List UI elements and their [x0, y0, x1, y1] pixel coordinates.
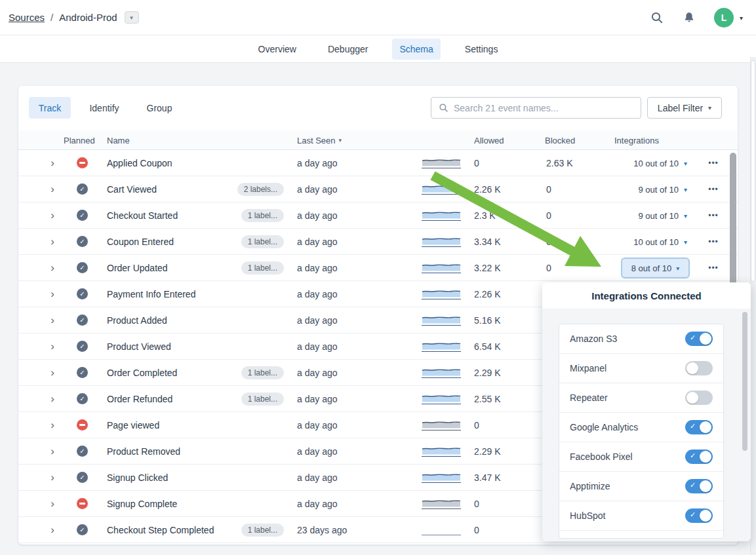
search-icon: [439, 103, 448, 113]
label-filter-text: Label Filter: [658, 103, 703, 113]
integration-item-repeater: Repeater: [559, 383, 723, 413]
labels-badge: 1 label...: [241, 524, 284, 537]
notifications-button[interactable]: [682, 10, 696, 25]
last-seen: 23 days ago: [297, 517, 347, 543]
integration-item-amazon-s3: Amazon S3 ✓: [559, 324, 723, 354]
sort-caret-icon: ▾: [339, 137, 342, 144]
page-scrollbar[interactable]: [750, 57, 756, 555]
event-search: [431, 97, 641, 119]
expand-row-chevron[interactable]: ›: [46, 491, 59, 517]
integrations-dropdown[interactable]: 9 out of 10 ▾: [595, 202, 687, 229]
allowed-count: 2.29 K: [474, 438, 500, 465]
integrations-popover: Integrations Connected Amazon S3 ✓ Mixpa…: [542, 282, 751, 541]
integrations-dropdown[interactable]: 10 out of 10 ▾: [595, 229, 687, 255]
integrations-dropdown[interactable]: 8 out of 10 ▾: [621, 258, 690, 278]
type-tab-track[interactable]: Track: [29, 97, 71, 119]
planned-check-icon: ✓: [77, 524, 88, 535]
allowed-count: 0: [474, 150, 479, 176]
row-menu-button[interactable]: •••: [702, 255, 725, 281]
expand-row-chevron[interactable]: ›: [46, 307, 59, 334]
volume-sparkline: [422, 366, 461, 379]
integration-toggle[interactable]: ✓: [685, 479, 713, 493]
check-icon: ✓: [690, 423, 696, 430]
integration-toggle[interactable]: ✓: [685, 420, 713, 434]
integration-toggle[interactable]: [685, 361, 713, 375]
event-name: Checkout Started: [107, 202, 178, 229]
last-seen: a day ago: [297, 202, 338, 229]
expand-row-chevron[interactable]: ›: [46, 386, 59, 412]
expand-row-chevron[interactable]: ›: [46, 412, 59, 438]
type-tab-group[interactable]: Group: [136, 97, 182, 119]
breadcrumb-sources-link[interactable]: Sources: [9, 12, 45, 23]
caret-down-icon: ▾: [684, 186, 687, 193]
expand-row-chevron[interactable]: ›: [46, 360, 59, 386]
allowed-count: 3.34 K: [474, 229, 500, 255]
expand-row-chevron[interactable]: ›: [46, 229, 59, 255]
breadcrumb-current-source: Android-Prod: [59, 12, 117, 23]
integration-name: Amazon S3: [570, 334, 685, 344]
volume-sparkline: [422, 183, 461, 196]
panel-scrollbar-thumb[interactable]: [742, 312, 747, 451]
integration-name: Facebook Pixel: [570, 451, 685, 462]
event-name: Applied Coupon: [107, 150, 172, 176]
tab-debugger[interactable]: Debugger: [321, 39, 376, 60]
column-header-allowed: Allowed: [474, 130, 504, 150]
integration-item-google-analytics: Google Analytics ✓: [559, 413, 723, 442]
last-seen: a day ago: [297, 281, 338, 307]
breadcrumb: Sources / Android-Prod ▾: [9, 11, 139, 24]
labels-badge: 1 label...: [241, 366, 284, 379]
expand-row-chevron[interactable]: ›: [46, 334, 59, 360]
last-seen: a day ago: [297, 229, 338, 255]
search-input[interactable]: [454, 103, 641, 113]
allowed-count: 0: [474, 412, 479, 438]
last-seen: a day ago: [297, 255, 338, 281]
tab-overview[interactable]: Overview: [251, 39, 304, 60]
table-row: › ✓ Coupon Entered 1 label... a day ago …: [18, 229, 738, 255]
labels-badge: 1 label...: [241, 392, 284, 406]
expand-row-chevron[interactable]: ›: [46, 465, 59, 491]
expand-row-chevron[interactable]: ›: [46, 176, 59, 202]
caret-down-icon: ▾: [130, 14, 133, 21]
integration-toggle[interactable]: ✓: [685, 450, 713, 464]
integration-item-apptimize: Apptimize ✓: [559, 472, 723, 501]
expand-row-chevron[interactable]: ›: [46, 255, 59, 281]
page-scrollbar-thumb[interactable]: [751, 60, 755, 282]
volume-sparkline: [422, 261, 461, 275]
source-switcher-button[interactable]: ▾: [125, 11, 139, 24]
row-menu-button[interactable]: •••: [702, 229, 725, 255]
row-menu-button[interactable]: •••: [702, 150, 725, 176]
planned-check-icon: ✓: [77, 367, 88, 378]
integrations-dropdown[interactable]: 9 out of 10 ▾: [595, 176, 687, 202]
integrations-dropdown[interactable]: 10 out of 10 ▾: [595, 150, 687, 176]
integrations-popover-header: Integrations Connected: [542, 282, 751, 309]
expand-row-chevron[interactable]: ›: [46, 517, 59, 543]
volume-sparkline: [422, 340, 461, 353]
planned-check-icon: ✓: [77, 288, 88, 299]
planned-check-icon: ✓: [77, 393, 88, 404]
tab-schema[interactable]: Schema: [392, 39, 440, 60]
integration-toggle[interactable]: [685, 391, 713, 405]
allowed-count: 3.22 K: [474, 255, 500, 281]
bell-icon: [683, 11, 696, 24]
label-filter-button[interactable]: Label Filter ▾: [647, 97, 722, 119]
integration-toggle[interactable]: ✓: [685, 332, 713, 346]
allowed-count: 2.26 K: [474, 281, 500, 307]
tab-settings[interactable]: Settings: [458, 39, 506, 60]
row-menu-button[interactable]: •••: [702, 202, 725, 229]
last-seen: a day ago: [297, 491, 338, 517]
planned-check-icon: ✓: [77, 446, 88, 457]
column-header-blocked: Blocked: [545, 130, 575, 150]
row-menu-button[interactable]: •••: [702, 176, 725, 202]
allowed-count: 5.16 K: [474, 307, 500, 334]
integration-name: Apptimize: [570, 481, 685, 491]
type-tab-identify[interactable]: Identify: [81, 97, 127, 119]
column-header-name: Name: [107, 130, 130, 150]
column-header-last-seen[interactable]: Last Seen▾: [297, 130, 342, 150]
integration-toggle[interactable]: ✓: [685, 508, 713, 523]
expand-row-chevron[interactable]: ›: [46, 438, 59, 465]
expand-row-chevron[interactable]: ›: [46, 150, 59, 176]
expand-row-chevron[interactable]: ›: [46, 281, 59, 307]
expand-row-chevron[interactable]: ›: [46, 202, 59, 229]
search-button[interactable]: [650, 10, 664, 25]
account-menu[interactable]: L ▾: [714, 8, 743, 28]
